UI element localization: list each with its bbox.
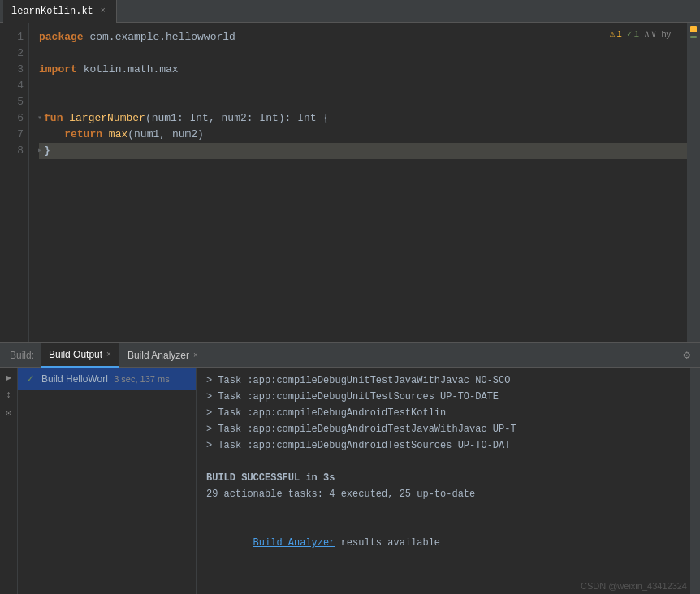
- warning-count: ⚠ 1: [610, 26, 622, 42]
- build-analyzer-close-icon[interactable]: ×: [193, 351, 198, 359]
- log-line-6: BUILD SUCCESSFUL in 3s: [206, 470, 681, 486]
- build-item-0[interactable]: ✓ Build HelloWorl 3 sec, 137 ms: [18, 368, 196, 390]
- info-bar: ⚠ 1 ✓ 1 ∧ ∨ hy: [610, 26, 671, 42]
- bottom-tab-bar: Build: Build Output × Build Analyzer × ⚙: [0, 343, 700, 368]
- run-icon[interactable]: ▶: [2, 371, 15, 384]
- ok-count: ✓ 1: [627, 26, 639, 42]
- expand-icon[interactable]: ↕: [2, 389, 15, 402]
- code-line-6: ▾fun largerNumber(num1: Int, num2: Int):…: [39, 110, 687, 127]
- ok-indicator: [690, 36, 697, 38]
- code-line-2: [39, 45, 687, 62]
- up-arrow-icon[interactable]: ∧: [644, 26, 650, 42]
- build-item-name: Build HelloWorl 3 sec, 137 ms: [41, 373, 170, 385]
- code-line-1: package com.example.hellowworld: [39, 29, 687, 45]
- code-line-3: import kotlin.math.max: [39, 62, 687, 78]
- settings-icon[interactable]: ⚙: [684, 348, 697, 362]
- log-line-5: [206, 454, 681, 470]
- fold-icon-6[interactable]: ▾: [37, 110, 42, 127]
- log-line-1: > Task :app:compileDebugUnitTestSources …: [206, 389, 681, 405]
- build-analyzer-tab-label: Build Analyzer: [127, 350, 189, 361]
- target-icon[interactable]: ⊙: [2, 407, 15, 420]
- build-output-tab-label: Build Output: [49, 349, 102, 360]
- warning-indicator: [690, 26, 697, 32]
- build-items-sidebar: ✓ Build HelloWorl 3 sec, 137 ms: [18, 368, 197, 594]
- code-line-4: [39, 78, 687, 94]
- build-output-close-icon[interactable]: ×: [106, 350, 111, 359]
- bottom-panel: Build: Build Output × Build Analyzer × ⚙…: [0, 342, 700, 594]
- code-line-5: [39, 94, 687, 110]
- build-label: Build:: [3, 350, 41, 361]
- warning-icon: ⚠: [610, 26, 616, 42]
- right-indicator-panel: [687, 23, 700, 342]
- bottom-content: ▶ ↕ ⊙ ✓ Build HelloWorl 3 sec, 137 ms > …: [0, 368, 700, 594]
- info-bar-text: hy: [661, 26, 671, 42]
- tab-build-output[interactable]: Build Output ×: [41, 343, 119, 368]
- build-analyzer-link[interactable]: Build Analyzer: [253, 537, 335, 549]
- tab-learnkotlin[interactable]: learnKotlin.kt ×: [3, 0, 117, 23]
- build-item-time: 3 sec, 137 ms: [114, 374, 169, 384]
- nav-arrows[interactable]: ∧ ∨: [644, 26, 656, 42]
- tab-build-analyzer[interactable]: Build Analyzer ×: [119, 343, 206, 368]
- code-editor[interactable]: ⚠ 1 ✓ 1 ∧ ∨ hy package com.example.hello…: [29, 23, 687, 342]
- bottom-left-icons: ▶ ↕ ⊙: [0, 368, 18, 594]
- down-arrow-icon[interactable]: ∨: [651, 26, 657, 42]
- tab-close-icon[interactable]: ×: [98, 6, 108, 16]
- log-line-9: Build Analyzer results available: [206, 519, 681, 567]
- code-line-8: ▸}: [39, 143, 687, 159]
- log-line-3: > Task :app:compileDebugAndroidTestJavaW…: [206, 421, 681, 437]
- log-line-2: > Task :app:compileDebugAndroidTestKotli…: [206, 405, 681, 421]
- build-success-icon: ✓: [26, 372, 35, 385]
- fold-icon-8[interactable]: ▸: [37, 143, 42, 159]
- code-line-7: return max(num1, num2): [39, 127, 687, 143]
- log-line-7: 29 actionable tasks: 4 executed, 25 up-t…: [206, 486, 681, 502]
- log-line-4: > Task :app:compileDebugAndroidTestSourc…: [206, 437, 681, 454]
- editor-area: 1 2 3 4 5 6 7 8 ⚠ 1 ✓ 1 ∧ ∨ hy: [0, 23, 700, 342]
- log-line-8: [206, 502, 681, 519]
- check-icon: ✓: [627, 26, 633, 42]
- line-numbers: 1 2 3 4 5 6 7 8: [0, 23, 29, 342]
- results-text: results available: [335, 537, 440, 549]
- tab-label: learnKotlin.kt: [11, 6, 93, 17]
- bottom-scrollbar[interactable]: [690, 368, 700, 594]
- tab-bar: learnKotlin.kt ×: [0, 0, 700, 23]
- build-item-name-text: Build HelloWorl: [41, 373, 108, 385]
- output-log[interactable]: > Task :app:compileDebugUnitTestJavaWith…: [197, 368, 690, 594]
- log-line-0: > Task :app:compileDebugUnitTestJavaWith…: [206, 372, 681, 389]
